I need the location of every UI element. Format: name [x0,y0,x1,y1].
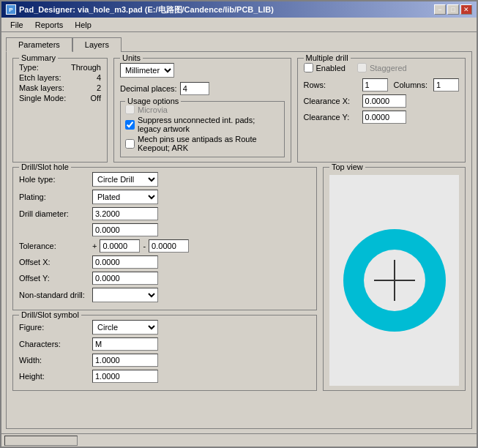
multiple-drill-label: Multiple drill [304,53,351,62]
microvia-checkbox[interactable] [125,105,135,114]
app-icon: P [6,4,16,15]
status-panel [4,436,78,446]
symbol-group: Drill/Slot symbol Figure: Circle Square … [12,315,317,391]
drill-label: Drill/Slot hole [19,163,71,171]
plating-row: Plating: Plated Non-Plated [19,190,310,204]
tab-parameters-content: Summary Type: Through Etch layers: 4 Mas… [6,51,472,429]
etch-value: 4 [97,73,101,82]
main-window: P Pad_Designer: via_hole_m3.pad (E:/电路图/… [0,0,478,448]
suppress-checkbox[interactable] [125,120,135,130]
hole-type-row: Hole type: Circle Drill Square Drill Ova… [19,172,310,187]
offset-y-input[interactable] [92,272,158,285]
top-view-group: Top view [323,167,466,391]
staggered-label: Staggered [370,64,407,72]
decimal-label: Decimal places: [120,84,177,93]
offset-y-label: Offset Y: [19,274,92,283]
single-mode-value: Off [91,94,101,102]
top-view-svg [336,222,453,339]
tolerance-input2[interactable] [149,239,189,253]
plating-label: Plating: [19,193,92,201]
menu-bar: File Reports Help [1,18,477,32]
staggered-row: Staggered [357,63,407,72]
rows-input[interactable] [362,78,388,92]
plating-dropdown[interactable]: Plated Non-Plated [92,190,158,204]
figure-dropdown[interactable]: Circle Square Diamond [92,320,158,335]
close-button[interactable]: ✕ [460,4,472,15]
non-standard-dropdown[interactable] [92,288,158,302]
title-bar-left: P Pad_Designer: via_hole_m3.pad (E:/电路图/… [6,4,274,15]
columns-label: Columns: [394,81,427,89]
top-view-label: Top view [329,163,365,171]
title-buttons: − □ ✕ [434,4,472,15]
width-label: Width: [19,356,92,365]
hole-type-label: Hole type: [19,175,92,184]
suppress-label: Suppress unconnected int. pads; legacy a… [138,116,280,133]
characters-label: Characters: [19,340,92,348]
enabled-label: Enabled [316,64,346,72]
tolerance-label: Tolerance: [19,242,92,250]
microvia-label: Microvia [138,105,168,114]
tab-parameters[interactable]: Parameters [6,37,72,52]
type-label: Type: [19,63,39,72]
tab-layers[interactable]: Layers [72,37,122,52]
height-input[interactable] [92,370,158,383]
units-label: Units [120,53,143,62]
figure-label: Figure: [19,323,92,332]
type-value: Through [71,63,101,72]
height-label: Height: [19,372,92,381]
drill-diameter2-input[interactable] [92,223,158,236]
staggered-checkbox[interactable] [357,63,367,72]
enabled-row: Enabled [304,63,346,72]
characters-row: Characters: [19,337,310,351]
summary-mask-row: Mask layers: 2 [19,83,101,92]
offset-x-row: Offset X: [19,255,310,269]
suppress-row: Suppress unconnected int. pads; legacy a… [125,116,280,133]
rows-label: Rows: [304,81,362,89]
figure-row: Figure: Circle Square Diamond [19,320,310,335]
menu-file[interactable]: File [4,20,29,30]
usage-label: Usage options [125,97,181,105]
menu-help[interactable]: Help [69,20,97,30]
units-group: Units Millimeter Inch Mils Decimal place… [113,58,291,163]
minimize-button[interactable]: − [434,4,446,15]
maximize-button[interactable]: □ [447,4,459,15]
rows-row: Rows: Columns: [304,78,459,92]
clearance-x-input[interactable] [362,94,406,108]
offset-x-input[interactable] [92,255,158,269]
enabled-checkbox[interactable] [304,63,313,72]
width-input[interactable] [92,354,158,367]
mech-checkbox[interactable] [125,139,135,149]
mask-value: 2 [97,83,101,92]
mech-label: Mech pins use antipads as Route Keepout;… [138,135,280,152]
hole-type-dropdown[interactable]: Circle Drill Square Drill Oval Slot [92,172,158,187]
width-row: Width: [19,354,310,367]
clearance-y-label: Clearance Y: [304,113,362,122]
content-area: Parameters Layers Summary Type: Through … [1,32,477,433]
clearance-y-input[interactable] [362,111,406,124]
clearance-x-row: Clearance X: [304,94,459,108]
title-bar: P Pad_Designer: via_hole_m3.pad (E:/电路图/… [1,1,477,18]
decimal-row: Decimal places: [120,82,285,95]
tolerance-input1[interactable] [100,239,140,253]
characters-input[interactable] [92,337,158,351]
multiple-drill-group: Multiple drill Enabled Staggered Rows: [297,58,466,163]
columns-input[interactable] [433,78,459,92]
symbol-label: Drill/Slot symbol [19,310,81,319]
summary-etch-row: Etch layers: 4 [19,73,101,82]
non-standard-label: Non-standard drill: [19,291,92,299]
left-panels: Drill/Slot hole Hole type: Circle Drill … [12,167,317,391]
drill-diameter-label: Drill diameter: [19,209,92,218]
menu-reports[interactable]: Reports [29,20,70,30]
units-select-row: Millimeter Inch Mils [120,63,285,78]
drill-diameter-input[interactable] [92,207,158,220]
decimal-input[interactable] [180,82,209,95]
units-dropdown[interactable]: Millimeter Inch Mils [120,63,174,78]
offset-y-row: Offset Y: [19,272,310,285]
top-view-canvas [329,175,459,386]
top-panels-row: Summary Type: Through Etch layers: 4 Mas… [12,58,466,163]
summary-type-row: Type: Through [19,63,101,72]
mech-row: Mech pins use antipads as Route Keepout;… [125,135,280,152]
tab-bar: Parameters Layers [6,37,472,51]
offset-x-label: Offset X: [19,258,92,266]
mask-label: Mask layers: [19,83,64,92]
